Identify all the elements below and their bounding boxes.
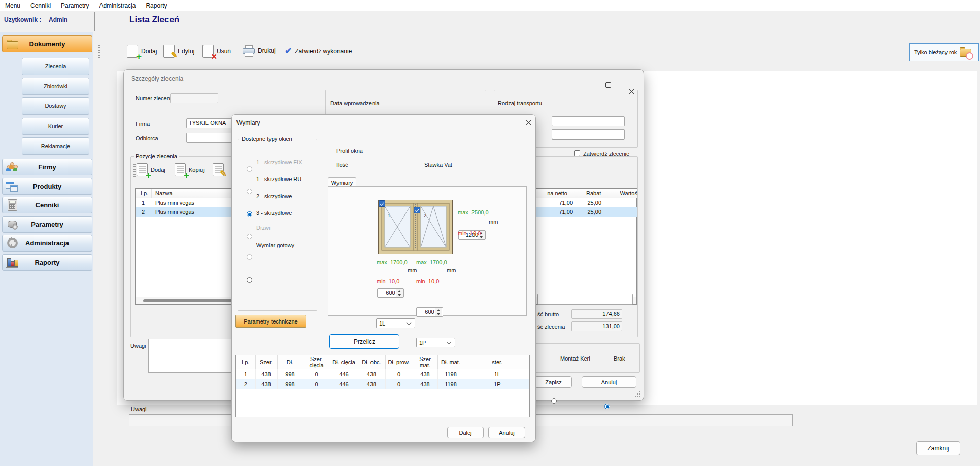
menu-item-administracja[interactable]: Administracja [94, 1, 141, 11]
col-dl-mat[interactable]: Dł. mat. [437, 355, 464, 369]
w2-combo[interactable]: 1P [416, 338, 455, 347]
col-szer[interactable]: Szer. [255, 355, 277, 369]
sidebar-item-label: Produkty [20, 183, 75, 190]
dodaj-label: Dodaj [141, 48, 157, 55]
col-szer-mat[interactable]: Szer mat. [413, 355, 437, 369]
sidebar-item-administracja[interactable]: Administracja [2, 235, 92, 252]
dodaj-button[interactable]: + Dodaj [127, 45, 157, 58]
wartosc-brutto-value: 174,66 [571, 309, 622, 319]
sidebar-item-dokumenty[interactable]: Dokumenty [2, 35, 92, 52]
menu-item-raporty[interactable]: Raporty [141, 1, 172, 11]
sidebar-item-dostawy[interactable]: Dostawy [22, 97, 89, 115]
sidebar-sub-label: Zbiorówki [44, 83, 67, 89]
edytuj-label: Edytuj [178, 48, 194, 55]
height-unit: mm [489, 219, 498, 225]
numer-zlecenia-input[interactable] [170, 93, 218, 103]
w2-value: 600 [425, 309, 434, 315]
col-wartosc[interactable]: Wartoś [613, 189, 637, 198]
numer-zlecenia-label: Numer zlecenia [136, 95, 174, 101]
drukuj-button[interactable]: Drukuj [243, 45, 276, 56]
sidebar-item-kurier[interactable]: Kurier [22, 118, 89, 135]
toolbar-drag-handle[interactable] [98, 45, 100, 59]
pozycje-dodaj-button[interactable]: + Dodaj [137, 163, 165, 176]
col-cena-netto[interactable]: na netto [547, 189, 581, 198]
menu-item-cenniki[interactable]: Cenniki [25, 1, 56, 11]
brak-radio[interactable] [604, 404, 610, 409]
col-lp[interactable]: Lp. [236, 355, 255, 369]
zatwierdz-zlecenie-checkbox[interactable] [574, 150, 580, 156]
col-szer-ciecia[interactable]: Szer. cięcia [303, 355, 330, 369]
sash1-checkbox[interactable] [379, 200, 385, 207]
zamknij-button[interactable]: Zamknij [916, 441, 960, 455]
col-dl[interactable]: Dł. [277, 355, 303, 369]
pozycje-toolbar-handle[interactable] [133, 164, 136, 177]
results-row-selected[interactable]: 2 438 998 0 446 438 0 438 1198 1P [236, 379, 530, 389]
col-nazwa[interactable]: Nazwa [152, 189, 233, 198]
dalej-button[interactable]: Dalej [447, 427, 484, 438]
check-icon: ✔ [285, 46, 292, 56]
pozycje-kopiuj-button[interactable]: + Kopiuj [175, 163, 205, 176]
col-lp[interactable]: Lp. [136, 189, 152, 198]
anuluj-button[interactable]: Anuluj [582, 376, 636, 388]
sash2-checkbox[interactable] [414, 207, 420, 213]
transport-field-1[interactable] [552, 116, 625, 126]
type-label-2: 2 - skrzydłowe [256, 193, 292, 199]
parametry-techniczne-button[interactable]: Parametry techniczne [235, 315, 306, 328]
sidebar-item-produkty[interactable]: Produkty [2, 178, 92, 195]
menu-item-menu[interactable]: Menu [0, 1, 25, 11]
w1-combo[interactable]: 1L [376, 318, 415, 328]
value-field-empty[interactable] [537, 294, 633, 305]
cell-nazwa: Plus mini vegas [152, 209, 194, 215]
type-radio-3[interactable] [247, 234, 252, 239]
desktop: { "menubar": {"items": ["Menu", "Cenniki… [0, 0, 980, 466]
maximize-icon[interactable] [604, 81, 612, 88]
col-ster[interactable]: ster. [464, 355, 530, 369]
spinner-arrows-icon[interactable] [435, 308, 442, 316]
anuluj-button[interactable]: Anuluj [488, 427, 525, 438]
sidebar-item-label: Cenniki [20, 201, 75, 209]
tylko-biezacy-rok-button[interactable]: Tylko bieżący rok [909, 43, 979, 61]
usun-button[interactable]: ✕ Usuń [202, 45, 231, 58]
col-rabat[interactable]: Rabat [581, 189, 613, 198]
type-radio-gotowy[interactable] [247, 277, 252, 283]
table-row[interactable]: 71,00 25,00 [547, 198, 637, 207]
sidebar-item-parametry[interactable]: Parametry [2, 216, 92, 233]
type-radio-1ru[interactable] [247, 189, 252, 194]
col-dl-prow[interactable]: Dł. prow. [385, 355, 413, 369]
results-row[interactable]: 1 438 998 0 446 438 0 438 1198 1L [236, 369, 530, 380]
height-max-label: max 2500,0 [458, 209, 489, 216]
pozycje-edytuj-button[interactable]: ✎ [213, 163, 224, 176]
zapisz-button[interactable]: Zapisz [535, 376, 572, 388]
col-dl-obc[interactable]: Dł. obc. [358, 355, 385, 369]
cell: 438 [358, 379, 385, 389]
type-label-fix: 1 - skrzydłowe FIX [256, 159, 302, 165]
w1-stepper[interactable]: 600 [377, 288, 404, 298]
sidebar-item-firmy[interactable]: Firmy [2, 159, 92, 175]
minimize-icon[interactable] [582, 74, 589, 81]
montaz-keri-radio[interactable] [551, 398, 557, 404]
col-dl-ciecia[interactable]: Dł. cięcia [330, 355, 358, 369]
pozycje-kopiuj-label: Kopiuj [189, 167, 205, 173]
dialog-title: Wymiary [236, 119, 260, 126]
sidebar-item-zlecenia[interactable]: Zlecenia [22, 58, 89, 75]
sidebar-item-cenniki[interactable]: Cenniki [2, 197, 92, 213]
sidebar-item-zbiorowki[interactable]: Zbiorówki [22, 78, 89, 95]
zatwierdz-wykonanie-button[interactable]: ✔ Zatwierdź wykonanie [285, 46, 352, 56]
sidebar-item-reklamacje[interactable]: Reklamacje [22, 137, 89, 155]
type-radio-2[interactable] [247, 211, 252, 217]
w2-stepper[interactable]: 600 [416, 307, 443, 317]
cell: 0 [303, 369, 330, 380]
sidebar-item-raporty[interactable]: Raporty [2, 254, 92, 271]
resize-grip[interactable] [634, 391, 640, 397]
ilosc-label: Ilość [336, 162, 348, 168]
transport-field-2[interactable] [552, 129, 625, 139]
cell: 446 [330, 379, 358, 389]
dialog-title: Szczegóły zlecenia [131, 75, 183, 82]
menu-item-parametry[interactable]: Parametry [56, 1, 94, 11]
type-radio-fix [247, 166, 252, 172]
edytuj-button[interactable]: ✎ Edytuj [163, 45, 194, 58]
close-icon[interactable] [525, 119, 532, 126]
table-row-selected[interactable]: 71,00 25,00 [547, 207, 637, 217]
przelicz-button[interactable]: Przelicz [329, 334, 399, 349]
spinner-arrows-icon[interactable] [396, 289, 403, 297]
